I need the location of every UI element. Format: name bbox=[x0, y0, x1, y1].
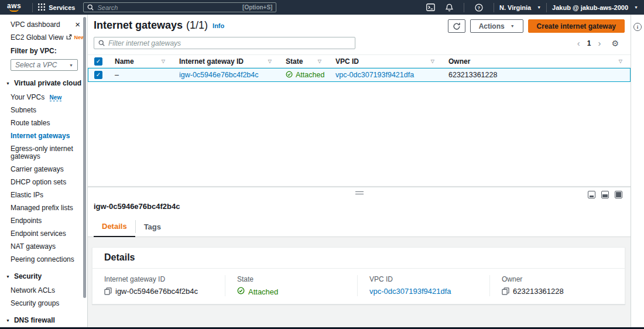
filter-internet-gateways-input[interactable] bbox=[94, 37, 355, 49]
services-grid-icon bbox=[38, 4, 45, 12]
selected-resource-title: igw-0c5946e76bc4f2b4c bbox=[88, 187, 631, 211]
sidebar-item-endpoint-services[interactable]: Endpoint services bbox=[11, 229, 87, 238]
field-label-igw-id: Internet gateway ID bbox=[104, 275, 213, 283]
sidebar-item-carrier-gateways[interactable]: Carrier gateways bbox=[11, 165, 87, 174]
sidebar-item-internet-gateways[interactable]: Internet gateways bbox=[11, 132, 87, 140]
sidebar: VPC dashboard × EC2 Global View New Filt… bbox=[0, 15, 88, 327]
info-icon[interactable]: i bbox=[633, 23, 642, 31]
internet-gateways-table: ✓ Name▽ Internet gateway ID▽ State▽ VPC … bbox=[88, 54, 631, 82]
table-header-row: ✓ Name▽ Internet gateway ID▽ State▽ VPC … bbox=[88, 54, 631, 68]
new-badge: New bbox=[50, 94, 62, 101]
sidebar-section-security[interactable]: ▼ Security bbox=[4, 272, 87, 280]
field-label-vpc-id: VPC ID bbox=[369, 275, 478, 283]
refresh-button[interactable] bbox=[448, 19, 465, 33]
create-internet-gateway-button[interactable]: Create internet gateway bbox=[528, 19, 625, 33]
sidebar-item-egress-only-internet-gateways[interactable]: Egress-only internet gateways bbox=[11, 145, 87, 161]
search-icon bbox=[98, 38, 105, 49]
sidebar-item-elastic-ips[interactable]: Elastic IPs bbox=[11, 191, 87, 200]
igw-id-link[interactable]: igw-0c5946e76bc4f2b4c bbox=[173, 71, 280, 79]
external-link-icon bbox=[66, 33, 72, 42]
filter-input-field[interactable] bbox=[108, 39, 351, 47]
sort-icon[interactable]: ▽ bbox=[318, 59, 321, 64]
actions-button[interactable]: Actions ▼ bbox=[470, 19, 523, 33]
vpc-select-dropdown[interactable]: Select a VPC ▼ bbox=[11, 59, 78, 71]
sidebar-item-peering-connections[interactable]: Peering connections bbox=[11, 255, 87, 264]
account-label: Jakub @ jakub-aws-2000 bbox=[552, 4, 628, 11]
region-selector[interactable]: N. Virginia ▼ bbox=[499, 4, 541, 11]
services-label: Services bbox=[49, 4, 75, 11]
chevron-down-icon: ▼ bbox=[6, 81, 10, 85]
sidebar-scrollbar[interactable] bbox=[83, 17, 86, 298]
chevron-down-icon: ▼ bbox=[69, 63, 73, 67]
field-value-igw-id: igw-0c5946e76bc4f2b4c bbox=[115, 287, 198, 296]
tab-details[interactable]: Details bbox=[94, 218, 135, 237]
chevron-down-icon: ▼ bbox=[537, 5, 541, 9]
sidebar-item-ec2-global-view[interactable]: EC2 Global View bbox=[11, 33, 64, 42]
sort-icon[interactable]: ▽ bbox=[619, 59, 622, 64]
sidebar-item-your-vpcs[interactable]: Your VPCs New bbox=[11, 93, 87, 102]
previous-page-icon[interactable]: ‹ bbox=[577, 39, 580, 47]
layout-bottom-small-icon[interactable] bbox=[588, 191, 595, 198]
page-number[interactable]: 1 bbox=[587, 39, 591, 47]
nav-search-input[interactable] bbox=[97, 4, 242, 11]
sidebar-item-managed-prefix-lists[interactable]: Managed prefix lists bbox=[11, 204, 87, 213]
field-value-owner: 623213361228 bbox=[513, 287, 564, 296]
panel-layout-switcher bbox=[588, 191, 622, 198]
sidebar-item-network-acls[interactable]: Network ACLs bbox=[11, 286, 87, 295]
next-page-icon[interactable]: › bbox=[598, 39, 601, 47]
pagination: ‹ 1 › ⚙ bbox=[577, 39, 619, 47]
sidebar-item-vpc-dashboard[interactable]: VPC dashboard bbox=[11, 20, 60, 29]
search-icon bbox=[87, 2, 94, 13]
nav-divider bbox=[494, 3, 494, 12]
details-card: Details Internet gateway ID igw-0c5946e7… bbox=[92, 247, 625, 304]
sidebar-section-dns-firewall[interactable]: ▼ DNS firewall bbox=[4, 316, 87, 324]
cell-owner: 623213361228 bbox=[443, 71, 631, 79]
sort-icon[interactable]: ▽ bbox=[268, 59, 272, 64]
sidebar-item-security-groups[interactable]: Security groups bbox=[11, 299, 87, 308]
status-attached-icon bbox=[237, 287, 245, 296]
sort-icon[interactable]: ▽ bbox=[162, 59, 165, 64]
nav-divider bbox=[464, 3, 464, 12]
help-icon[interactable]: ? bbox=[470, 4, 488, 12]
details-card-title: Details bbox=[93, 248, 625, 269]
aws-logo-smile bbox=[9, 9, 19, 12]
vpc-id-link[interactable]: vpc-0dc307193f9421dfa bbox=[330, 71, 443, 79]
row-checkbox[interactable]: ✓ bbox=[94, 71, 102, 79]
filter-by-vpc-label: Filter by VPC: bbox=[11, 47, 87, 55]
cloudshell-icon[interactable] bbox=[421, 4, 440, 11]
sidebar-item-endpoints[interactable]: Endpoints bbox=[11, 217, 87, 225]
cell-name: – bbox=[109, 71, 173, 79]
services-menu-button[interactable]: Services bbox=[38, 4, 75, 12]
notifications-bell-icon[interactable] bbox=[440, 4, 458, 12]
sidebar-item-nat-gateways[interactable]: NAT gateways bbox=[11, 242, 87, 251]
info-link[interactable]: Info bbox=[213, 22, 224, 29]
sidebar-section-virtual-private-cloud[interactable]: ▼ Virtual private cloud bbox=[4, 79, 87, 87]
field-label-owner: Owner bbox=[502, 275, 613, 283]
vpc-select-placeholder: Select a VPC bbox=[15, 61, 57, 69]
copy-icon[interactable] bbox=[104, 287, 112, 295]
layout-full-icon[interactable] bbox=[615, 191, 622, 198]
account-menu[interactable]: Jakub @ jakub-aws-2000 ▼ bbox=[552, 4, 638, 11]
copy-icon[interactable] bbox=[502, 287, 509, 295]
sidebar-item-route-tables[interactable]: Route tables bbox=[11, 119, 87, 128]
layout-bottom-half-icon[interactable] bbox=[601, 191, 609, 198]
close-icon[interactable]: × bbox=[75, 21, 80, 28]
field-value-state: Attached bbox=[248, 287, 278, 296]
chevron-down-icon: ▼ bbox=[511, 24, 515, 28]
sidebar-item-dhcp-option-sets[interactable]: DHCP option sets bbox=[11, 178, 87, 187]
top-nav: aws Services [Option+S] ? N. Virginia ▼ bbox=[0, 0, 644, 15]
svg-text:?: ? bbox=[478, 5, 481, 10]
table-settings-gear-icon[interactable]: ⚙ bbox=[611, 39, 619, 47]
vpc-id-link[interactable]: vpc-0dc307193f9421dfa bbox=[369, 287, 451, 296]
select-all-checkbox[interactable]: ✓ bbox=[94, 57, 102, 66]
table-row[interactable]: ✓ – igw-0c5946e76bc4f2b4c Attached vpc-0… bbox=[88, 68, 631, 82]
tab-tags[interactable]: Tags bbox=[136, 219, 169, 237]
sidebar-item-subnets[interactable]: Subnets bbox=[11, 106, 87, 115]
nav-search[interactable]: [Option+S] bbox=[83, 2, 276, 12]
panel-drag-handle[interactable] bbox=[355, 191, 364, 194]
sort-icon[interactable]: ▽ bbox=[431, 59, 434, 64]
aws-logo-text: aws bbox=[7, 3, 21, 9]
internet-gateways-list-region: Internet gateways (1/1) Info Actions ▼ C… bbox=[88, 15, 631, 187]
aws-logo[interactable]: aws bbox=[7, 3, 21, 12]
main-content: Internet gateways (1/1) Info Actions ▼ C… bbox=[88, 15, 631, 327]
